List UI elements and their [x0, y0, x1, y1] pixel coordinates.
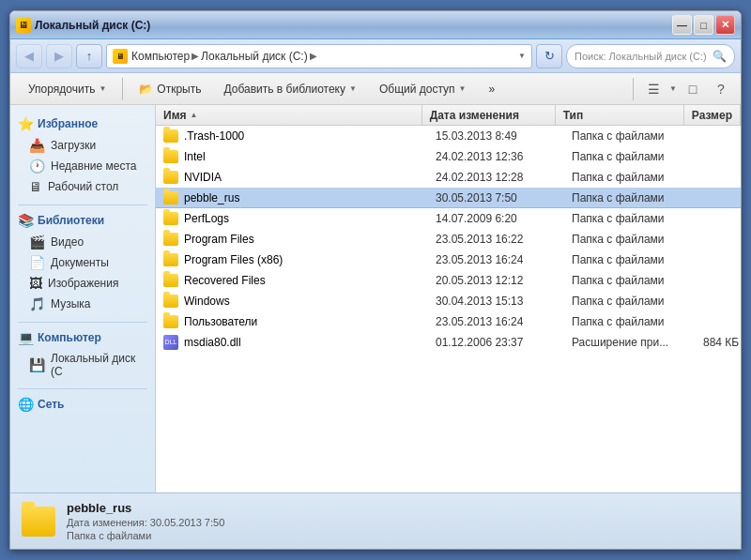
file-name-cell: Windows — [156, 291, 428, 310]
file-type-cell: Папка с файлами — [564, 188, 696, 207]
file-type-cell: Папка с файлами — [564, 291, 696, 310]
address-dropdown-icon[interactable]: ▼ — [518, 52, 526, 60]
table-row[interactable]: Program Files 23.05.2013 16:22 Папка с ф… — [156, 229, 741, 250]
title-bar-left: 🖥 Локальный диск (C:) — [16, 18, 672, 33]
file-list-container: Имя ▲ Дата изменения Тип Размер .Trash-1… — [156, 105, 741, 492]
title-controls: — □ ✕ — [672, 15, 735, 35]
organize-dropdown-icon: ▼ — [99, 84, 106, 93]
more-button[interactable]: » — [478, 76, 505, 102]
breadcrumb-sep1: ▶ — [192, 51, 199, 61]
col-header-date[interactable]: Дата изменения — [422, 105, 556, 125]
desktop-icon: 🖥 — [29, 179, 42, 194]
sidebar-group-libraries-title[interactable]: 📚 Библиотеки — [10, 209, 155, 232]
file-type-cell: Папка с файлами — [564, 250, 696, 269]
breadcrumb-computer[interactable]: Компьютер — [131, 50, 190, 63]
table-row[interactable]: Intel 24.02.2013 12:36 Папка с файлами — [156, 146, 741, 167]
file-date-cell: 24.02.2013 12:36 — [428, 146, 564, 166]
maximize-button[interactable]: □ — [694, 15, 713, 35]
table-row[interactable]: Recovered Files 20.05.2013 12:12 Папка с… — [156, 270, 741, 291]
table-row[interactable]: Program Files (x86) 23.05.2013 16:24 Пап… — [156, 250, 741, 270]
sidebar-item-local-disk[interactable]: 💾 Локальный диск (С — [10, 349, 155, 381]
folder-icon — [163, 129, 178, 143]
file-name-cell: Пользователи — [156, 311, 428, 331]
file-date-cell: 14.07.2009 6:20 — [428, 208, 564, 228]
file-date-cell: 23.05.2013 16:22 — [428, 229, 564, 249]
file-size-cell — [696, 250, 741, 269]
col-header-size[interactable]: Размер — [684, 105, 741, 125]
refresh-button[interactable]: ↻ — [536, 44, 562, 68]
table-row[interactable]: NVIDIA 24.02.2013 12:28 Папка с файлами — [156, 167, 741, 188]
file-name: Program Files — [184, 233, 254, 246]
documents-label: Документы — [51, 256, 109, 269]
table-row[interactable]: .Trash-1000 15.03.2013 8:49 Папка с файл… — [156, 126, 741, 146]
address-path: Компьютер ▶ Локальный диск (C:) ▶ — [131, 50, 514, 63]
sidebar-group-favorites-title[interactable]: ⭐ Избранное — [10, 113, 155, 135]
file-name: Intel — [184, 150, 206, 163]
sidebar-item-recent[interactable]: 🕐 Недавние места — [10, 156, 155, 176]
file-name: .Trash-1000 — [184, 129, 244, 143]
sidebar-item-images[interactable]: 🖼 Изображения — [10, 273, 155, 294]
open-button[interactable]: 📂 Открыть — [129, 76, 211, 102]
add-library-dropdown-icon: ▼ — [349, 84, 357, 93]
table-row[interactable]: PerfLogs 14.07.2009 6:20 Папка с файлами — [156, 208, 741, 229]
folder-icon — [163, 171, 178, 184]
file-size-cell — [696, 229, 741, 249]
up-button[interactable]: ↑ — [76, 44, 102, 68]
view-preview-button[interactable]: □ — [681, 77, 705, 101]
table-row[interactable]: Windows 30.04.2013 15:13 Папка с файлами — [156, 291, 741, 311]
view-dropdown-icon[interactable]: ▼ — [669, 84, 677, 93]
table-row[interactable]: pebble_rus 30.05.2013 7:50 Папка с файла… — [156, 188, 741, 208]
file-date-cell: 23.05.2013 16:24 — [428, 250, 564, 269]
breadcrumb-localdisk[interactable]: Локальный диск (C:) — [201, 50, 308, 63]
file-name-cell: PerfLogs — [156, 208, 428, 228]
search-icon: 🔍 — [713, 50, 727, 63]
file-size-cell — [696, 291, 741, 310]
sidebar-item-video[interactable]: 🎬 Видео — [10, 232, 155, 252]
col-header-type[interactable]: Тип — [556, 105, 684, 125]
file-name-cell: Recovered Files — [156, 270, 428, 290]
add-to-library-button[interactable]: Добавить в библиотеку ▼ — [213, 76, 366, 102]
nav-bar: ◀ ▶ ↑ 🖥 Компьютер ▶ Локальный диск (C:) … — [10, 39, 741, 73]
share-label: Общий доступ — [379, 83, 455, 96]
downloads-label: Загрузки — [51, 139, 96, 152]
share-dropdown-icon: ▼ — [459, 84, 467, 93]
organize-button[interactable]: Упорядочить ▼ — [18, 76, 116, 102]
minimize-button[interactable]: — — [672, 15, 692, 35]
video-label: Видео — [51, 235, 84, 249]
dll-icon: DLL — [163, 335, 178, 350]
share-button[interactable]: Общий доступ ▼ — [369, 76, 477, 102]
sidebar-item-downloads[interactable]: 📥 Загрузки — [10, 135, 155, 156]
forward-button[interactable]: ▶ — [46, 44, 72, 68]
help-button[interactable]: ? — [709, 77, 733, 101]
sidebar-group-network-title[interactable]: 🌐 Сеть — [10, 393, 155, 416]
computer-label: Компьютер — [38, 331, 101, 344]
sidebar-item-documents[interactable]: 📄 Документы — [10, 252, 155, 273]
table-row[interactable]: DLL msdia80.dll 01.12.2006 23:37 Расшире… — [156, 332, 741, 353]
file-type-cell: Папка с файлами — [564, 229, 696, 249]
close-button[interactable]: ✕ — [715, 15, 735, 35]
file-size-cell: 884 КБ — [696, 332, 741, 352]
favorites-label: Избранное — [38, 117, 98, 130]
view-details-button[interactable]: ☰ — [641, 77, 666, 101]
images-label: Изображения — [48, 277, 118, 290]
file-size-cell — [696, 146, 741, 166]
file-date-cell: 30.04.2013 15:13 — [428, 291, 564, 310]
sidebar-item-desktop[interactable]: 🖥 Рабочий стол — [10, 176, 155, 197]
computer-icon: 💻 — [18, 330, 34, 345]
desktop-label: Рабочий стол — [48, 180, 118, 193]
sidebar-div3 — [18, 388, 147, 389]
back-button[interactable]: ◀ — [16, 44, 42, 68]
col-type-label: Тип — [563, 109, 584, 122]
folder-icon — [163, 315, 178, 328]
address-bar[interactable]: 🖥 Компьютер ▶ Локальный диск (C:) ▶ ▼ — [106, 44, 532, 68]
table-row[interactable]: Пользователи 23.05.2013 16:24 Папка с фа… — [156, 311, 741, 332]
sidebar-group-computer-title[interactable]: 💻 Компьютер — [10, 326, 155, 349]
sidebar-item-music[interactable]: 🎵 Музыка — [10, 294, 155, 314]
col-header-name[interactable]: Имя ▲ — [156, 105, 422, 125]
toolbar-right: ☰ ▼ □ ? — [629, 77, 733, 101]
search-bar[interactable]: Поиск: Локальный диск (C:) 🔍 — [566, 44, 735, 68]
folder-icon — [163, 191, 178, 204]
file-date-cell: 30.05.2013 7:50 — [428, 188, 564, 207]
file-name-cell: DLL msdia80.dll — [156, 332, 428, 352]
file-type-cell: Папка с файлами — [564, 208, 696, 228]
